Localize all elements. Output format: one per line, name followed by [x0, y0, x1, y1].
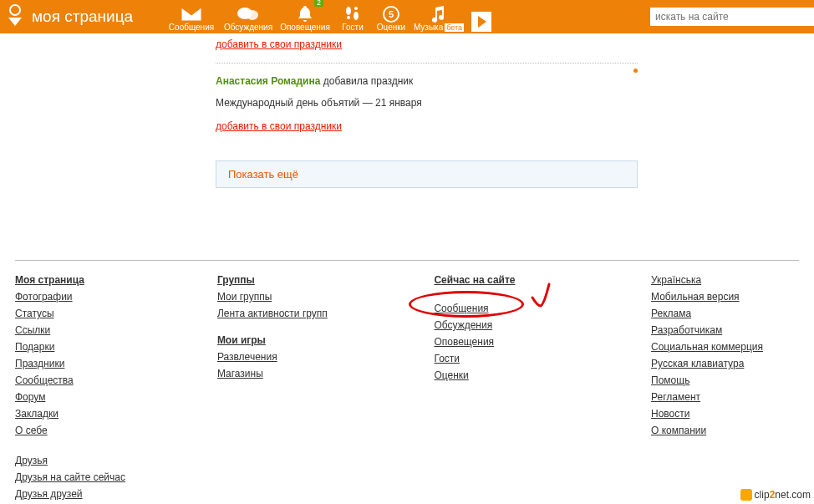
- beta-tag: бета: [445, 23, 464, 32]
- nav-label: Сообщения: [169, 23, 214, 32]
- footer-link[interactable]: Друзья на сайте сейчас: [15, 471, 125, 483]
- footer-link[interactable]: Подарки: [15, 341, 54, 353]
- feed-separator: [216, 63, 638, 64]
- footer-col-misc: Українська Мобильная версия Реклама Разр…: [651, 274, 799, 504]
- page-title: моя страница: [32, 8, 133, 26]
- footer-head-mypage[interactable]: Моя страница: [15, 274, 84, 286]
- nav-items: Сообщения Обсуждения 2 Оповещения Гости …: [163, 0, 496, 33]
- footer-link[interactable]: Фотографии: [15, 291, 73, 303]
- new-indicator-dot-icon: [633, 69, 638, 73]
- footer-link[interactable]: О себе: [15, 425, 48, 436]
- notification-badge: 2: [314, 0, 323, 7]
- nav-label: Обсуждения: [224, 23, 272, 32]
- footer-link[interactable]: Мобильная версия: [651, 291, 740, 303]
- feed-entry: Анастасия Ромадина добавила праздник: [216, 75, 638, 87]
- footer-link[interactable]: Лента активности групп: [217, 308, 328, 319]
- nav-ratings[interactable]: 5 Оценки: [372, 0, 410, 33]
- footer-link[interactable]: Русская клавиатура: [651, 358, 744, 369]
- feed-action-text: добавила праздник: [323, 75, 414, 87]
- footer-link[interactable]: Статусы: [15, 308, 54, 319]
- footer-col-mypage: Моя страница Фотографии Статусы Ссылки П…: [15, 274, 217, 504]
- ok-logo-icon: [7, 4, 23, 29]
- feed-detail: Международный день объятий — 21 января: [216, 97, 638, 109]
- footer-link[interactable]: Українська: [651, 274, 701, 286]
- add-holiday-link[interactable]: добавить в свои праздники: [216, 38, 342, 50]
- footer-link[interactable]: Мои группы: [217, 291, 272, 303]
- nav-label: Оценки: [377, 23, 405, 32]
- nav-discussions[interactable]: Обсуждения: [220, 0, 277, 33]
- footer-link[interactable]: Реклама: [651, 308, 691, 319]
- nav-guests[interactable]: Гости: [333, 0, 372, 33]
- clip2net-icon: [740, 489, 752, 501]
- watermark: clip2net.com: [740, 489, 811, 501]
- add-holiday-link[interactable]: добавить в свои праздники: [216, 120, 342, 132]
- search-input[interactable]: [650, 8, 814, 26]
- nav-play[interactable]: [467, 0, 496, 33]
- footer-link[interactable]: Друзья друзей: [15, 488, 83, 500]
- svg-point-3: [354, 12, 359, 20]
- nav-messages[interactable]: Сообщения: [163, 0, 220, 33]
- feed-user-link[interactable]: Анастасия Ромадина: [216, 75, 320, 87]
- nav-label: Музыкабета: [414, 23, 464, 32]
- footer-head-groups[interactable]: Группы: [217, 274, 255, 286]
- top-bar: моя страница Сообщения Обсуждения 2 Опов…: [0, 0, 814, 33]
- feed: добавить в свои праздники Анастасия Рома…: [216, 33, 638, 188]
- footer-link[interactable]: Развлечения: [217, 351, 277, 363]
- footer-link[interactable]: Помощь: [651, 374, 689, 386]
- nav-music[interactable]: Музыкабета: [410, 0, 467, 33]
- five-badge-icon: 5: [383, 6, 399, 23]
- footer-link[interactable]: Обсуждения: [434, 319, 492, 331]
- watermark-text: clip2net.com: [755, 489, 811, 501]
- footsteps-icon: [344, 6, 361, 23]
- footer-link[interactable]: Новости: [651, 408, 689, 420]
- footer-link[interactable]: Друзья: [15, 455, 48, 466]
- footer: Моя страница Фотографии Статусы Ссылки П…: [15, 260, 799, 504]
- svg-point-2: [346, 7, 351, 15]
- footer-link[interactable]: Разработчикам: [651, 324, 722, 336]
- footer-link[interactable]: Закладки: [15, 408, 59, 420]
- footer-link[interactable]: Гости: [434, 353, 460, 364]
- show-more-button[interactable]: Показать ещё: [216, 160, 638, 188]
- footer-link[interactable]: Форум: [15, 391, 45, 403]
- footer-link[interactable]: Праздники: [15, 358, 64, 369]
- logo-area[interactable]: моя страница: [0, 4, 163, 29]
- footer-col-groups: Группы Мои группы Лента активности групп…: [217, 274, 435, 504]
- footer-link-messages[interactable]: Сообщения: [434, 303, 488, 314]
- envelope-icon: [181, 6, 201, 23]
- footer-link[interactable]: Регламент: [651, 391, 700, 403]
- footer-link[interactable]: Сообщества: [15, 374, 74, 386]
- nav-label: Гости: [342, 23, 363, 32]
- play-icon: [471, 12, 491, 32]
- footer-link[interactable]: Социальная коммерция: [651, 341, 763, 353]
- footer-link[interactable]: Оповещения: [434, 336, 494, 348]
- footer-subhead-games[interactable]: Мои игры: [217, 334, 266, 346]
- svg-point-4: [347, 16, 350, 19]
- footer-link[interactable]: Магазины: [217, 368, 263, 379]
- footer-head-now[interactable]: Сейчас на сайте: [434, 274, 515, 286]
- footer-link[interactable]: Оценки: [434, 369, 468, 381]
- nav-notifications[interactable]: 2 Оповещения: [277, 0, 333, 33]
- svg-text:5: 5: [389, 9, 394, 19]
- chat-bubbles-icon: [237, 6, 259, 23]
- svg-point-1: [247, 10, 258, 20]
- footer-col-now: Сейчас на сайте Сообщения Обсуждения Опо…: [434, 274, 651, 504]
- nav-label: Оповещения: [280, 23, 330, 32]
- bell-icon: [298, 6, 313, 23]
- music-note-icon: [431, 6, 446, 23]
- footer-link[interactable]: О компании: [651, 425, 706, 436]
- footer-link[interactable]: Ссылки: [15, 324, 50, 336]
- svg-point-5: [354, 7, 358, 10]
